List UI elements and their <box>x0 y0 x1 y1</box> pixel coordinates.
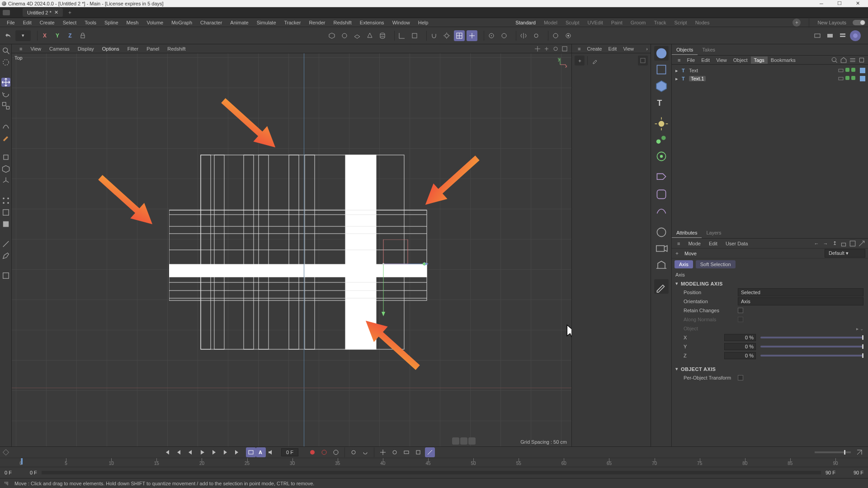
document-tab[interactable]: Untitled 2 * ✕ <box>23 8 63 17</box>
asset-menu-burger[interactable]: ≡ <box>575 45 584 52</box>
layout-item[interactable]: Standard <box>515 20 536 25</box>
asset-menu-item[interactable]: Create <box>584 45 605 52</box>
objects-search-icon[interactable] <box>831 56 838 64</box>
cone-icon[interactable] <box>364 30 375 41</box>
palette-scene-icon[interactable] <box>654 258 669 272</box>
close-icon[interactable]: ✕ <box>54 9 58 15</box>
visibility-render-dot[interactable] <box>851 76 855 80</box>
main-menu-item[interactable]: Spline <box>100 19 123 26</box>
viewport-menu-item[interactable]: Filter <box>123 45 142 52</box>
layout-item[interactable]: Groom <box>631 20 646 25</box>
snap-grid-icon[interactable] <box>454 30 465 41</box>
objects-menu-item[interactable]: Tags <box>751 56 768 64</box>
symmetry-settings-icon[interactable] <box>531 30 542 41</box>
snap-toggle-icon[interactable] <box>429 30 439 41</box>
visibility-render-dot[interactable] <box>851 68 855 72</box>
tab-takes[interactable]: Takes <box>698 45 720 55</box>
render-region-icon[interactable] <box>563 30 574 41</box>
palette-text-icon[interactable]: T <box>654 95 669 109</box>
object-expand-icon[interactable]: ▸ ⌄ <box>856 326 863 331</box>
object-tree-row[interactable]: ▸ T Text <box>675 66 865 75</box>
phong-tag-icon[interactable] <box>860 68 865 73</box>
layout-item[interactable]: Script <box>675 20 687 25</box>
visibility-editor-dot[interactable] <box>845 68 849 72</box>
plus-icon[interactable]: ＋ <box>675 250 681 257</box>
palette-light-icon[interactable] <box>654 117 669 131</box>
palette-sphere-icon[interactable] <box>654 46 669 61</box>
objects-menu-item[interactable]: Object <box>730 56 751 64</box>
render-queue-icon[interactable] <box>837 30 848 41</box>
cylinder-icon[interactable] <box>377 30 388 41</box>
rotate-tool-icon[interactable] <box>1 89 10 99</box>
coords-icon[interactable] <box>396 30 407 41</box>
expand-icon[interactable] <box>858 240 865 247</box>
phong-tag-icon[interactable] <box>860 76 865 81</box>
play-icon[interactable] <box>197 447 207 457</box>
layout-item[interactable]: Paint <box>611 20 623 25</box>
palette-volume-icon[interactable] <box>654 203 669 218</box>
viewport[interactable]: Top <box>12 53 571 446</box>
layer-icon[interactable] <box>838 76 844 81</box>
palette-render-icon[interactable] <box>654 241 669 256</box>
vp-display-b-icon[interactable] <box>460 437 467 445</box>
render-settings-icon[interactable] <box>850 30 861 41</box>
main-menu-item[interactable]: Redshift <box>329 19 355 26</box>
axis-x-value[interactable]: 0 % <box>724 334 756 341</box>
main-menu-item[interactable]: Animate <box>226 19 252 26</box>
vp-maximize-icon[interactable] <box>561 46 568 52</box>
retain-changes-checkbox[interactable] <box>738 308 743 313</box>
cube-icon[interactable] <box>326 30 337 41</box>
layout-item[interactable]: Nodes <box>695 20 710 25</box>
new-window-icon[interactable] <box>849 240 856 247</box>
edges-mode-icon[interactable] <box>1 208 10 217</box>
key-pla-icon[interactable] <box>390 447 400 457</box>
viewport-menu-item[interactable]: Options <box>98 45 123 52</box>
palette-field-icon[interactable] <box>654 149 669 164</box>
lock-icon[interactable] <box>840 240 847 247</box>
object-name-label[interactable]: Text.1 <box>689 76 706 81</box>
viewport-menu-item[interactable]: Panel <box>142 45 163 52</box>
palette-edit-icon[interactable] <box>654 279 669 294</box>
asset-menu-item[interactable]: View <box>620 45 637 52</box>
objects-flat-icon[interactable] <box>849 56 856 64</box>
lock-icon[interactable] <box>77 30 88 41</box>
sphere-icon[interactable] <box>339 30 350 41</box>
objects-menu-item[interactable]: Bookmarks <box>768 56 799 64</box>
main-menu-item[interactable]: Extensions <box>356 19 388 26</box>
layout-item[interactable]: UVEdit <box>588 20 603 25</box>
axis-y-slider[interactable] <box>760 346 863 347</box>
record-icon[interactable] <box>307 447 317 457</box>
section-object-axis[interactable]: ▾ OBJECT AXIS <box>672 365 868 373</box>
history-menu-icon[interactable]: ▾ <box>15 30 31 41</box>
vp-display-c-icon[interactable] <box>468 437 476 445</box>
live-selection-icon[interactable] <box>1 58 10 67</box>
nav-up-icon[interactable]: ↥ <box>831 240 838 247</box>
section-modeling-axis[interactable]: ▾ MODELING AXIS <box>672 279 868 288</box>
axis-x-slider[interactable] <box>760 337 863 338</box>
viewport-menu-item[interactable]: Display <box>74 45 98 52</box>
vp-zoom-icon[interactable] <box>543 46 550 52</box>
nav-back-icon[interactable]: ← <box>813 240 820 247</box>
main-menu-item[interactable]: Mesh <box>123 19 143 26</box>
range-end-b[interactable]: 90 F <box>854 470 863 475</box>
asset-menu-more[interactable]: › <box>646 46 648 52</box>
loop-icon[interactable] <box>246 447 256 457</box>
eyedropper-icon[interactable] <box>590 56 600 66</box>
scale-tool-icon[interactable] <box>1 101 10 110</box>
objects-menu-item[interactable]: Edit <box>698 56 713 64</box>
soft-circle-icon[interactable] <box>486 30 497 41</box>
viewport-menu-burger[interactable]: ≡ <box>15 45 26 52</box>
object-mode-icon[interactable] <box>1 164 10 174</box>
points-mode-icon[interactable] <box>1 196 10 205</box>
current-frame-field[interactable]: 0 F <box>281 448 298 456</box>
tab-layers[interactable]: Layers <box>702 228 726 238</box>
timeline-zoom-slider[interactable] <box>815 451 851 453</box>
move-gizmo[interactable] <box>365 239 429 321</box>
axis-y-button[interactable]: Y <box>52 30 63 41</box>
attributes-menu-burger[interactable]: ≡ <box>675 240 683 247</box>
world-icon[interactable] <box>409 30 420 41</box>
render-active-icon[interactable] <box>825 30 835 41</box>
main-menu-item[interactable]: Tools <box>80 19 100 26</box>
keyframe-icon[interactable] <box>3 449 9 455</box>
main-menu-item[interactable]: Character <box>196 19 226 26</box>
